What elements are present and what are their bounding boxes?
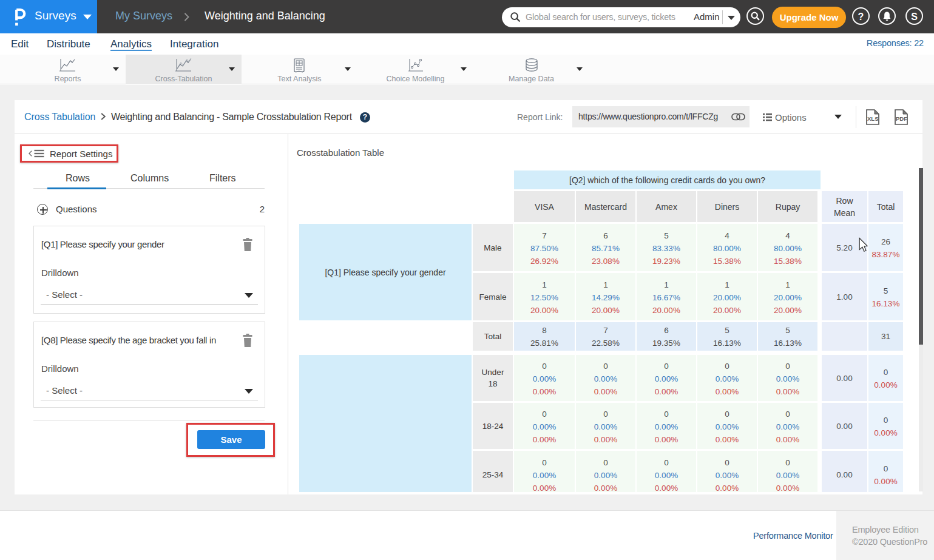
svg-text:XLS: XLS (867, 115, 878, 122)
svg-text:PDF: PDF (896, 115, 907, 122)
